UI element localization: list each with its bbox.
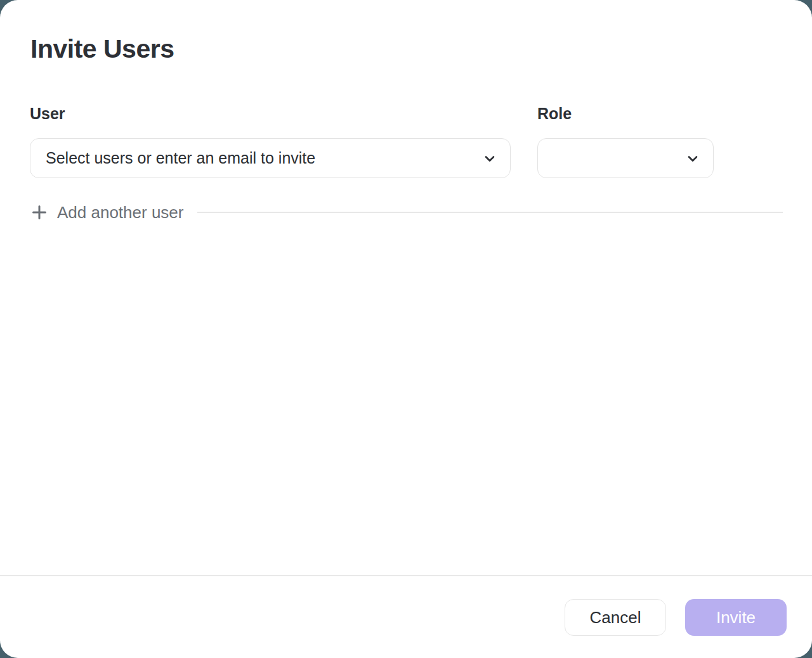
add-another-user-row: Add another user xyxy=(30,200,783,224)
role-select[interactable] xyxy=(537,138,714,178)
chevron-down-icon xyxy=(482,151,497,166)
footer-divider xyxy=(0,575,812,576)
add-another-user-button[interactable]: Add another user xyxy=(30,203,183,223)
chevron-down-icon xyxy=(685,151,700,166)
invite-users-modal: Invite Users User Select users or enter … xyxy=(0,0,812,658)
add-user-divider xyxy=(197,212,783,213)
role-field-label: Role xyxy=(537,105,572,123)
user-field-label: User xyxy=(30,105,65,123)
cancel-button[interactable]: Cancel xyxy=(565,599,666,636)
user-select-placeholder: Select users or enter an email to invite xyxy=(46,149,315,167)
user-select[interactable]: Select users or enter an email to invite xyxy=(30,138,511,178)
modal-title: Invite Users xyxy=(30,34,174,64)
invite-button[interactable]: Invite xyxy=(685,599,787,636)
add-another-user-label: Add another user xyxy=(57,203,183,223)
modal-footer: Cancel Invite xyxy=(565,599,787,636)
plus-icon xyxy=(30,203,48,221)
